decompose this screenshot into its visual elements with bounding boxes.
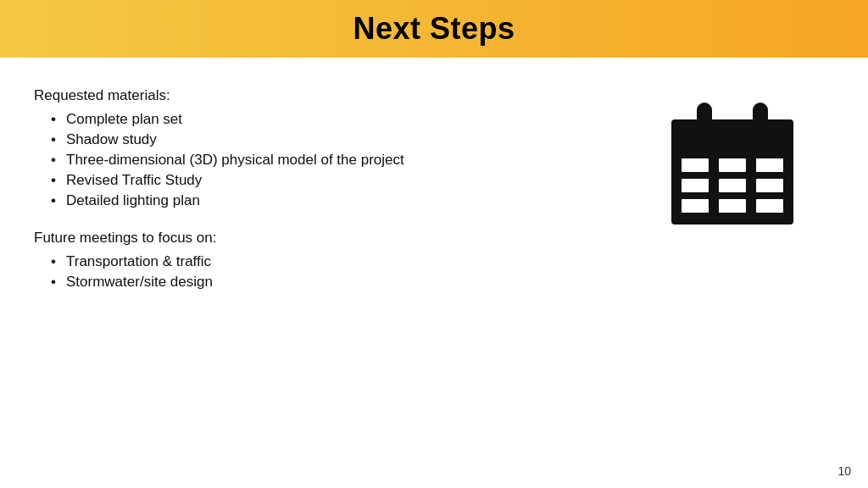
left-column: Requested materials: Complete plan set S… <box>34 83 639 463</box>
svg-rect-3 <box>753 103 768 135</box>
list-item: Revised Traffic Study <box>51 172 639 189</box>
svg-rect-6 <box>756 158 783 172</box>
slide-header: Next Steps <box>0 0 868 58</box>
svg-rect-7 <box>682 179 709 192</box>
slide-content: Requested materials: Complete plan set S… <box>0 58 868 488</box>
list-item: Stormwater/site design <box>51 274 639 291</box>
list-item: Detailed lighting plan <box>51 192 639 209</box>
svg-rect-10 <box>682 199 709 213</box>
svg-rect-12 <box>756 199 783 213</box>
list-item: Complete plan set <box>51 111 639 128</box>
svg-rect-5 <box>719 158 746 172</box>
calendar-icon <box>665 96 800 231</box>
svg-rect-8 <box>719 179 746 192</box>
requested-materials-heading: Requested materials: <box>34 87 639 104</box>
svg-rect-11 <box>719 199 746 213</box>
future-meetings-heading: Future meetings to focus on: <box>34 230 639 247</box>
svg-rect-9 <box>756 179 783 192</box>
svg-rect-4 <box>682 158 709 172</box>
page-number: 10 <box>837 464 851 478</box>
slide-title: Next Steps <box>353 11 515 47</box>
future-meetings-list: Transportation & traffic Stormwater/site… <box>51 253 639 291</box>
right-column <box>639 83 826 463</box>
list-item: Transportation & traffic <box>51 253 639 270</box>
requested-materials-list: Complete plan set Shadow study Three-dim… <box>51 111 639 209</box>
svg-rect-2 <box>697 103 712 135</box>
list-item: Three-dimensional (3D) physical model of… <box>51 152 639 169</box>
list-item: Shadow study <box>51 131 639 148</box>
